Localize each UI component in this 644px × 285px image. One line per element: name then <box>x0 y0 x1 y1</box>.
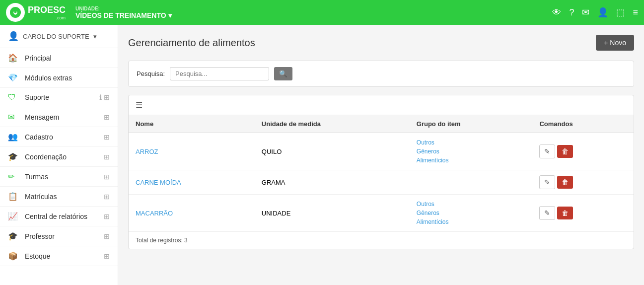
trash-icon: 🗑 <box>562 147 569 155</box>
cell-nome: CARNE MOÍDA <box>129 170 255 195</box>
sidebar-item-label: Mensagem <box>25 113 104 121</box>
cell-unidade: QUILO <box>255 133 410 170</box>
sidebar-item-label: Suporte <box>25 93 99 101</box>
add-icon[interactable]: ⊞ <box>104 213 110 220</box>
edit-icon: ✎ <box>544 209 550 217</box>
list-icon: ☰ <box>136 101 143 109</box>
add-icon[interactable]: ⊞ <box>104 252 110 260</box>
add-icon[interactable]: ⊞ <box>104 133 110 141</box>
group-text: OutrosGênerosAlimentícios <box>417 201 449 225</box>
search-icon: 🔍 <box>279 70 287 77</box>
pencil-icon: ✏ <box>8 172 20 181</box>
sidebar-item-mensagem[interactable]: ✉ Mensagem ⊞ <box>0 107 118 127</box>
logout-icon[interactable]: ⬚ <box>616 7 625 18</box>
edit-button[interactable]: ✎ <box>539 206 555 220</box>
sidebar-user-chevron: ▾ <box>93 33 97 40</box>
add-icon[interactable]: ⊞ <box>104 113 110 121</box>
mail-sidebar-icon: ✉ <box>8 112 20 122</box>
users-icon: 👥 <box>8 132 20 142</box>
novo-button[interactable]: + Novo <box>596 35 634 51</box>
sidebar-item-cadastro[interactable]: 👥 Cadastro ⊞ <box>0 127 118 147</box>
main-content: Gerenciamento de alimentos + Novo Pesqui… <box>118 25 644 285</box>
sidebar-username: CAROL DO SUPORTE <box>23 33 89 40</box>
delete-button[interactable]: 🗑 <box>557 176 573 189</box>
trash-icon: 🗑 <box>562 178 569 186</box>
sidebar-item-relatorios[interactable]: 📈 Central de relatórios ⊞ <box>0 207 118 226</box>
table-header-icon-area: ☰ <box>129 95 634 115</box>
info-icon: ℹ <box>99 93 102 101</box>
food-name-link[interactable]: ARROZ <box>136 148 158 155</box>
table-row: CARNE MOÍDAGRAMA✎🗑 <box>129 170 634 195</box>
svg-point-1 <box>14 10 16 13</box>
search-label: Pesquisa: <box>137 70 165 77</box>
sidebar-item-matriculas[interactable]: 📋 Matrículas ⊞ <box>0 187 118 207</box>
clipboard-icon: 📋 <box>8 192 20 201</box>
user-avatar-icon: 👤 <box>8 31 19 42</box>
sidebar-item-label: Módulos extras <box>25 74 110 82</box>
logo-text-block: PROESC .com <box>28 5 66 20</box>
logo[interactable]: PROESC .com <box>6 3 66 22</box>
edit-button[interactable]: ✎ <box>539 144 555 158</box>
search-input[interactable] <box>170 67 269 80</box>
sidebar-item-estoque[interactable]: 📦 Estoque ⊞ <box>0 246 118 266</box>
unit-chevron-icon: ▾ <box>168 11 172 19</box>
col-comandos: Comandos <box>532 115 634 133</box>
add-icon[interactable]: ⊞ <box>104 93 110 101</box>
sidebar-item-turmas[interactable]: ✏ Turmas ⊞ <box>0 167 118 187</box>
unit-name-text: VÍDEOS DE TREINAMENTO <box>75 11 166 19</box>
group-text: OutrosGênerosAlimentícios <box>417 139 449 164</box>
food-table: Nome Unidade de medida Grupo do item Com… <box>129 115 634 231</box>
unit-name[interactable]: VÍDEOS DE TREINAMENTO ▾ <box>75 11 552 19</box>
food-name-link[interactable]: CARNE MOÍDA <box>136 179 181 186</box>
trash-icon: 🗑 <box>562 209 569 217</box>
sidebar-user[interactable]: 👤 CAROL DO SUPORTE ▾ <box>0 25 118 48</box>
eye-icon[interactable]: 👁 <box>552 7 561 18</box>
search-button[interactable]: 🔍 <box>274 67 292 80</box>
sidebar-item-label: Professor <box>25 232 104 240</box>
table-header-row: Nome Unidade de medida Grupo do item Com… <box>129 115 634 133</box>
table-footer: Total de registros: 3 <box>129 231 634 249</box>
user-icon[interactable]: 👤 <box>597 7 608 18</box>
add-icon[interactable]: ⊞ <box>104 232 110 240</box>
sidebar-item-label: Central de relatórios <box>25 213 104 220</box>
sidebar-item-principal[interactable]: 🏠 Principal <box>0 48 118 68</box>
box-icon: 📦 <box>8 251 20 261</box>
cell-comandos: ✎🗑 <box>532 195 634 232</box>
shield-icon: 🛡 <box>8 93 20 102</box>
delete-button[interactable]: 🗑 <box>557 207 573 219</box>
sidebar-item-label: Coordenação <box>25 153 104 161</box>
nav-icons: 👁 ? ✉ 👤 ⬚ ≡ <box>552 7 638 18</box>
col-nome: Nome <box>129 115 255 133</box>
cell-comandos: ✎🗑 <box>532 170 634 195</box>
logo-name: PROESC <box>28 5 66 15</box>
sidebar-item-professor[interactable]: 🎓 Professor ⊞ <box>0 226 118 246</box>
add-icon[interactable]: ⊞ <box>104 173 110 181</box>
sidebar-item-coordenacao[interactable]: 🎓 Coordenação ⊞ <box>0 147 118 167</box>
col-grupo: Grupo do item <box>410 115 533 133</box>
table-row: ARROZQUILOOutrosGênerosAlimentícios✎🗑 <box>129 133 634 170</box>
add-icon[interactable]: ⊞ <box>104 193 110 201</box>
page-header: Gerenciamento de alimentos + Novo <box>128 35 634 51</box>
sidebar-item-label: Estoque <box>25 252 104 260</box>
edit-button[interactable]: ✎ <box>539 175 555 189</box>
help-icon[interactable]: ? <box>569 7 574 18</box>
cell-nome: MACARRÃO <box>129 195 255 232</box>
chart-icon: 📈 <box>8 212 20 221</box>
edit-icon: ✎ <box>544 147 550 155</box>
food-table-container: ☰ Nome Unidade de medida Grupo do item C… <box>128 95 634 249</box>
sidebar-item-label: Principal <box>25 54 110 62</box>
professor-icon: 🎓 <box>8 231 20 241</box>
sidebar-item-suporte[interactable]: 🛡 Suporte ℹ ⊞ <box>0 88 118 107</box>
delete-button[interactable]: 🗑 <box>557 145 573 158</box>
cell-nome: ARROZ <box>129 133 255 170</box>
unit-label: UNIDADE: <box>75 6 552 11</box>
sidebar-item-modulos[interactable]: 💎 Módulos extras <box>0 68 118 88</box>
add-icon[interactable]: ⊞ <box>104 153 110 161</box>
edit-icon: ✎ <box>544 178 550 186</box>
cell-unidade: GRAMA <box>255 170 410 195</box>
cell-grupo: OutrosGênerosAlimentícios <box>410 195 533 232</box>
food-name-link[interactable]: MACARRÃO <box>136 210 173 217</box>
home-icon: 🏠 <box>8 53 20 63</box>
mail-icon[interactable]: ✉ <box>582 7 589 18</box>
menu-icon[interactable]: ≡ <box>633 7 638 18</box>
